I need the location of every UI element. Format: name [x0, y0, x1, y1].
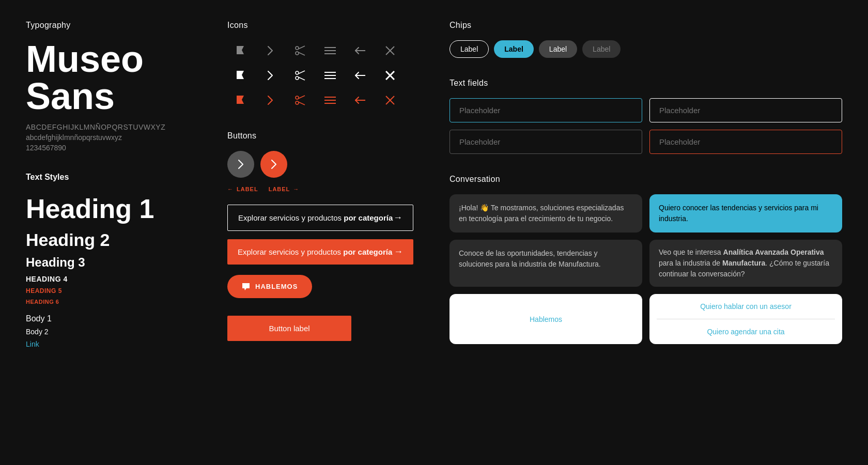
heading-1-sample: Heading 1	[26, 194, 212, 224]
heading-5-sample: HEADING 5	[26, 287, 212, 295]
scissors-icon-gray	[287, 40, 313, 61]
scissors-icon-white	[287, 65, 313, 86]
text-styles-title: Text Styles	[26, 173, 212, 182]
chips-row: Label Label Label Label	[450, 40, 842, 58]
conversation-title: Conversation	[450, 175, 842, 184]
conversation-section: Conversation ¡Hola! 👋 Te mostramos, solu…	[450, 175, 842, 344]
text-buttons-row: ← LABEL LABEL →	[227, 186, 429, 192]
font-display-name: Museo Sans	[26, 40, 212, 115]
flag-icon-orange	[227, 90, 253, 111]
numbers: 1234567890	[26, 144, 212, 152]
conv-bubble-info: Conoce de las oportunidades, tendencias …	[450, 240, 642, 287]
icons-title: Icons	[227, 21, 429, 30]
svg-line-12	[299, 71, 305, 74]
chat-button[interactable]: HABLEMOS	[227, 275, 312, 298]
text-input-gray-border[interactable]	[450, 130, 642, 154]
scissors-icon-orange	[287, 90, 313, 111]
conv-info-text: Conoce de las oportunidades, tendencias …	[459, 249, 601, 268]
typography-title: Typography	[26, 21, 212, 30]
svg-line-22	[299, 96, 305, 99]
explore-outline-text: Explorar servicios y productos por categ…	[238, 213, 393, 222]
heading-4-sample: HEADING 4	[26, 275, 212, 283]
flag-icon-white	[227, 65, 253, 86]
arrow-left-icon-gray	[347, 40, 373, 61]
explore-solid-button[interactable]: Explorar servicios y productos por categ…	[227, 239, 413, 265]
svg-point-20	[296, 96, 299, 99]
svg-point-21	[296, 101, 299, 104]
chevron-right-icon-orange	[257, 90, 283, 111]
menu-icon-gray	[317, 40, 343, 61]
arrow-right-icon-solid: →	[394, 246, 403, 257]
hablemos-button[interactable]: Hablemos	[450, 307, 642, 332]
chip-blue[interactable]: Label	[494, 40, 534, 58]
arrow-left-icon-orange	[347, 90, 373, 111]
arrow-left-icon-btn: ←	[227, 186, 234, 192]
flag-icon-gray	[227, 40, 253, 61]
text-button-left[interactable]: ← LABEL	[227, 186, 258, 192]
svg-line-2	[299, 46, 305, 49]
conv-user-text-1: Quiero conocer las tendencias y servicio…	[659, 204, 818, 223]
text-button-right[interactable]: LABEL →	[269, 186, 300, 192]
svg-point-11	[296, 76, 299, 80]
agendar-cita-button[interactable]: Quiero agendar una cita	[649, 319, 842, 344]
menu-icon-white	[317, 65, 343, 86]
conv-bubble-response: Veo que te interesa Analítica Avanzada O…	[649, 240, 842, 287]
circle-button-orange[interactable]	[260, 151, 287, 178]
arrow-right-icon-outline: →	[393, 212, 402, 223]
arrow-left-icon-white	[347, 65, 373, 86]
chevron-right-icon-white	[257, 65, 283, 86]
icons-grid	[227, 40, 429, 111]
text-fields-grid	[450, 98, 842, 154]
heading-6-sample: HEADING 6	[26, 299, 212, 305]
conv-bubble-user-1: Quiero conocer las tendencias y servicio…	[649, 194, 842, 233]
circle-button-gray[interactable]	[227, 151, 254, 178]
text-button-right-label: LABEL	[269, 186, 290, 192]
chip-darker[interactable]: Label	[582, 40, 621, 58]
chip-outline[interactable]: Label	[450, 40, 489, 58]
conversation-grid: ¡Hola! 👋 Te mostramos, soluciones especi…	[450, 194, 842, 344]
conv-bubble-greeting: ¡Hola! 👋 Te mostramos, soluciones especi…	[450, 194, 642, 233]
close-bold-icon-white	[377, 65, 403, 86]
svg-line-3	[299, 53, 305, 56]
svg-point-10	[296, 71, 299, 74]
conv-response-text: Veo que te interesa Analítica Avanzada O…	[659, 248, 829, 278]
svg-line-23	[299, 102, 305, 105]
close-icon-orange	[377, 90, 403, 111]
conv-greeting-text: ¡Hola! 👋 Te mostramos, soluciones especi…	[459, 204, 624, 223]
menu-icon-orange	[317, 90, 343, 111]
body-1-sample: Body 1	[26, 314, 212, 323]
alphabet-lower: abcdefghijklmnñopqrstuvwxyz	[26, 133, 212, 142]
chevron-right-icon-gray	[257, 40, 283, 61]
explore-outline-button[interactable]: Explorar servicios y productos por categ…	[227, 205, 413, 231]
chip-dark[interactable]: Label	[539, 40, 577, 58]
text-fields-title: Text fields	[450, 79, 842, 88]
hablar-asesor-button[interactable]: Quiero hablar con un asesor	[649, 294, 842, 319]
circle-buttons-row	[227, 151, 429, 178]
chat-button-label: HABLEMOS	[255, 283, 298, 290]
text-input-error[interactable]	[649, 130, 842, 154]
label-button[interactable]: Button label	[227, 316, 351, 341]
conv-bubble-hablemos: Hablemos	[450, 294, 642, 344]
text-input-white-border[interactable]	[649, 98, 842, 122]
text-input-blue-border[interactable]	[450, 98, 642, 122]
close-icon-gray	[377, 40, 403, 61]
svg-line-13	[299, 78, 305, 81]
text-fields-section: Text fields	[450, 79, 842, 154]
text-button-left-label: LABEL	[237, 186, 258, 192]
link-sample[interactable]: Link	[26, 340, 212, 348]
label-button-text: Button label	[269, 324, 309, 333]
heading-3-sample: Heading 3	[26, 255, 212, 270]
body-2-sample: Body 2	[26, 328, 212, 336]
chat-icon	[242, 282, 250, 291]
buttons-title: Buttons	[227, 131, 429, 141]
conv-bubble-options: Quiero hablar con un asesor Quiero agend…	[649, 294, 842, 344]
explore-solid-text: Explorar servicios y productos por categ…	[238, 247, 392, 256]
svg-point-0	[296, 47, 299, 50]
heading-2-sample: Heading 2	[26, 230, 212, 250]
svg-point-1	[296, 52, 299, 55]
alphabet-upper: ABCDEFGHIJKLMNÑOPQRSTUVWXYZ	[26, 123, 212, 131]
arrow-right-icon-btn: →	[293, 186, 299, 192]
chips-title: Chips	[450, 21, 842, 30]
